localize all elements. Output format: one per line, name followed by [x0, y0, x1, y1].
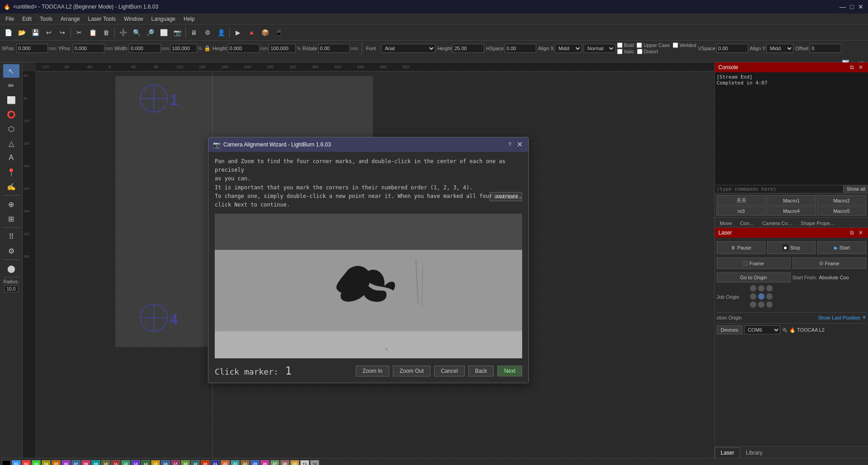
origin-dot-3[interactable] — [766, 285, 773, 291]
origin-dot-7[interactable] — [750, 301, 756, 308]
color-swatch-21[interactable]: 21 — [211, 460, 220, 465]
origin-dot-6[interactable] — [766, 293, 773, 300]
com-port-select[interactable]: COM6 — [744, 325, 780, 334]
color-swatch-19[interactable]: 19 — [191, 460, 200, 465]
frame1-button[interactable]: ⬚ Frame — [717, 258, 791, 269]
cut-button[interactable]: ✂ — [73, 26, 85, 39]
maximize-button[interactable]: □ — [848, 3, 855, 10]
menu-arrange[interactable]: Arrange — [57, 15, 84, 23]
monitor-button[interactable]: 🖥 — [188, 26, 200, 39]
console-show-all-button[interactable]: Show all — [843, 185, 868, 193]
array-tool[interactable]: ⠿ — [3, 230, 19, 243]
add-button[interactable]: ➕ — [117, 26, 129, 39]
draw-tool[interactable]: ✏ — [3, 79, 19, 92]
menu-laser-tools[interactable]: Laser Tools — [85, 15, 119, 23]
color-swatch-08[interactable]: 08 — [81, 460, 90, 465]
macro5-button[interactable]: Macro5 — [817, 207, 866, 216]
origin-dot-1[interactable] — [750, 285, 756, 291]
normal-select[interactable]: Normal — [584, 44, 615, 53]
align-y-select[interactable]: Midd — [766, 44, 793, 53]
color-swatch-27[interactable]: 27 — [270, 460, 279, 465]
menu-file[interactable]: File — [2, 15, 18, 23]
menu-edit[interactable]: Edit — [19, 15, 35, 23]
welded-checkbox[interactable] — [673, 42, 678, 48]
zoom-out-button[interactable]: 🔎 — [144, 26, 156, 39]
edit-tool[interactable]: ✍ — [3, 180, 19, 193]
origin-dot-9[interactable] — [766, 301, 773, 308]
color-swatch-24[interactable]: 24 — [241, 460, 250, 465]
menu-window[interactable]: Window — [120, 15, 147, 23]
ypos-input[interactable] — [73, 44, 104, 53]
select-button[interactable]: ⬜ — [157, 26, 170, 39]
cancel-button[interactable]: Cancel — [434, 366, 464, 376]
new-button[interactable]: 📄 — [2, 26, 14, 39]
go-to-origin-button[interactable]: Go to Origin — [717, 272, 791, 282]
console-input[interactable] — [715, 185, 843, 193]
color-swatch-22[interactable]: 22 — [221, 460, 230, 465]
node-tool[interactable]: ⊕ — [3, 197, 19, 211]
triangle-tool[interactable]: △ — [3, 136, 19, 150]
align-x-select[interactable]: Midd — [555, 44, 582, 53]
device-button[interactable]: 📱 — [272, 26, 285, 39]
color-swatch-15[interactable]: 15 — [151, 460, 160, 465]
show-last-position-button[interactable]: Show Last Position — [818, 315, 860, 320]
pause-button[interactable]: ⏸ Pause — [717, 241, 765, 254]
font-select[interactable]: Arial — [381, 44, 435, 53]
group-tool[interactable]: ⚙ — [3, 244, 19, 258]
color-swatch-04[interactable]: 04 — [42, 460, 51, 465]
save-button[interactable]: 💾 — [29, 26, 42, 39]
color-swatch-06[interactable]: 06 — [61, 460, 71, 465]
macro3-button[interactable]: ro3 — [717, 207, 766, 216]
zoom-in-button[interactable]: 🔍 — [130, 26, 143, 39]
package-button[interactable]: 📦 — [259, 26, 271, 39]
color-swatch-29[interactable]: 29 — [290, 460, 299, 465]
canvas-area[interactable]: -120 -80 -40 0 40 80 120 160 200 240 280… — [23, 62, 714, 458]
color-swatch-09[interactable]: 09 — [91, 460, 100, 465]
back-button[interactable]: Back — [468, 366, 494, 376]
width-input[interactable] — [129, 44, 160, 53]
text-tool[interactable]: A — [3, 151, 19, 164]
close-button[interactable]: ✕ — [857, 3, 864, 10]
color-swatch-12[interactable]: 12 — [121, 460, 130, 465]
laser-detach-button[interactable]: ⧉ — [848, 229, 855, 236]
minimize-button[interactable]: — — [839, 3, 846, 10]
height-input[interactable] — [228, 44, 259, 53]
italic-checkbox[interactable] — [617, 49, 623, 54]
bold-checkbox[interactable] — [617, 42, 623, 48]
pin-tool[interactable]: 📍 — [3, 165, 19, 179]
menu-tools[interactable]: Tools — [36, 15, 56, 23]
color-swatch-03[interactable]: 03 — [32, 460, 41, 465]
transform-tool[interactable]: ⊞ — [3, 212, 19, 225]
laser-close-button[interactable]: ✕ — [857, 229, 864, 236]
height2-input[interactable] — [453, 44, 484, 53]
polygon-tool[interactable]: ⬡ — [3, 122, 19, 136]
origin-dot-8[interactable] — [758, 301, 764, 308]
help-icon[interactable]: ? — [508, 141, 511, 148]
rect-tool[interactable]: ⬜ — [3, 93, 19, 107]
triangle-button[interactable]: 🔺 — [245, 26, 258, 39]
color-swatch-11[interactable]: 11 — [111, 460, 120, 465]
frame2-button[interactable]: ⊙ Frame — [793, 258, 867, 269]
copy-button[interactable]: 📋 — [86, 26, 99, 39]
tab-shape-props[interactable]: Shape Prope… — [797, 219, 839, 227]
macro4-button[interactable]: Macro4 — [767, 207, 816, 216]
camera-image-area[interactable] — [215, 214, 522, 358]
dialog-close-button[interactable]: ✕ — [515, 140, 524, 149]
color-swatch-T1[interactable]: T1 — [300, 460, 309, 465]
zoom-out-button[interactable]: Zoom Out — [393, 366, 430, 376]
tab-console[interactable]: Con… — [736, 219, 758, 227]
color-swatch-16[interactable]: 16 — [161, 460, 170, 465]
color-swatch-black[interactable] — [2, 460, 11, 465]
menu-language[interactable]: Language — [148, 15, 179, 23]
select-tool[interactable]: ↖ — [3, 64, 19, 78]
xpos-input[interactable] — [16, 44, 48, 53]
library-tab[interactable]: Library — [740, 447, 769, 458]
color-swatch-05[interactable]: 05 — [52, 460, 61, 465]
color-swatch-20[interactable]: 20 — [201, 460, 210, 465]
rotate-input[interactable] — [318, 44, 350, 53]
redo-button[interactable]: ↪ — [56, 26, 69, 39]
macro1-button[interactable]: Macro1 — [767, 195, 816, 206]
origin-dot-4[interactable] — [750, 293, 756, 300]
color-swatch-28[interactable]: 28 — [280, 460, 289, 465]
zoom-in-button[interactable]: Zoom In — [356, 366, 389, 376]
